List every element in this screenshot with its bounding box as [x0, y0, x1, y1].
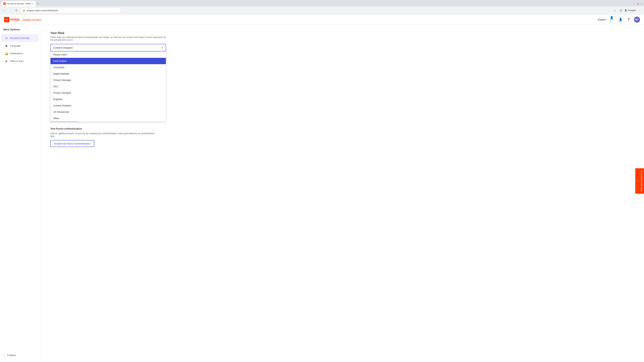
two-factor-section: Two-Factor Authentication Add an additio… — [50, 127, 634, 147]
browser-toolbar: ← → ↻ 🔒 insights.hotjar.com/profile/deta… — [0, 6, 644, 14]
security-lock-icon: 🔒 — [23, 9, 25, 11]
option-consultant[interactable]: Consultant — [50, 64, 166, 70]
role-selected-value: Content Designer — [53, 46, 73, 49]
sidebar: Mary Jackson ⊙ Account & security ◉ Lang… — [0, 25, 40, 362]
browser-frame: H Account & security - Hotjar × + — ⊡ × … — [0, 0, 644, 362]
language-nav-label: Language — [10, 44, 36, 47]
enable-2fa-button[interactable]: Enable two-factor authentication — [50, 140, 94, 147]
menu-icon[interactable]: ⋮ — [637, 8, 642, 13]
collapse-button[interactable]: ← Collapse — [0, 352, 40, 359]
browser-tab-active[interactable]: H Account & security - Hotjar × — [1, 1, 36, 6]
option-please-select[interactable]: Please select — [50, 51, 166, 58]
rate-experience-button[interactable]: ★ Rate your experience — [635, 168, 644, 194]
toolbar-right: ☆ ⊡ 👤 Incognito ⋮ — [612, 8, 642, 13]
option-ux-researcher[interactable]: UX Researcher — [50, 109, 166, 115]
your-role-description: Roles help us understand which professio… — [50, 36, 168, 41]
main-wrapper: Mary Jackson ⊙ Account & security ◉ Lang… — [0, 25, 644, 362]
rate-star-icon: ★ — [636, 180, 639, 182]
notifications-label: Notifications — [10, 52, 36, 55]
refer-earn-label: Refer & Earn — [10, 60, 36, 62]
chevron-down-icon: ▾ — [606, 18, 607, 20]
role-dropdown-options: Please select Data Analyst Consultant Di… — [50, 51, 166, 122]
account-security-icon: ⊙ — [5, 36, 8, 40]
language-selector[interactable]: English ▾ — [598, 18, 607, 21]
restore-button[interactable]: ⊡ — [636, 2, 639, 5]
tab-close-button[interactable]: × — [32, 2, 34, 5]
tab-favicon: H — [3, 2, 6, 5]
sidebar-item-language[interactable]: ◉ Language — [1, 42, 39, 50]
add-user-icon[interactable]: 👤+ — [610, 17, 615, 22]
language-icon: ◉ — [5, 44, 8, 48]
logo-icon: H — [4, 17, 10, 22]
forward-button[interactable]: → — [8, 8, 13, 13]
notifications-icon: 🔔 — [5, 52, 8, 55]
option-product-designer[interactable]: Product Designer — [50, 90, 166, 96]
option-data-analyst[interactable]: Data Analyst — [50, 58, 166, 64]
sidebar-item-account-security[interactable]: ⊙ Account & security — [1, 34, 39, 42]
incognito-badge: 👤 Incognito — [624, 9, 636, 11]
account-security-label: Account & security — [10, 37, 36, 39]
rate-experience-label: Rate your experience — [640, 171, 643, 191]
logo-text: hotjar — [10, 17, 20, 21]
option-content-designer[interactable]: Content Designer — [50, 102, 166, 109]
header-right: English ▾ 👤+ 👤 ❓ MJ — [598, 16, 640, 23]
sidebar-item-refer-earn[interactable]: ◈ Refer & Earn — [1, 57, 39, 65]
language-label: English — [598, 18, 606, 21]
role-dropdown-container: Content Designer ▾ Please select Data An… — [50, 44, 166, 51]
user-name: Mary Jackson — [0, 28, 40, 34]
window-controls: — ⊡ × — [633, 2, 643, 5]
browser-layout-icon[interactable]: ⊡ — [618, 8, 623, 13]
minimize-button[interactable]: — — [633, 2, 635, 5]
bookmark-star-icon[interactable]: ☆ — [612, 8, 617, 13]
browser-chrome: H Account & security - Hotjar × + — ⊡ × … — [0, 0, 644, 14]
app-header: H hotjar Upgrade your plans English ▾ 👤+… — [0, 14, 644, 25]
role-dropdown[interactable]: Content Designer ▾ — [50, 44, 166, 51]
option-ceo[interactable]: CEO — [50, 83, 166, 90]
your-role-section: Your Role Roles help us understand which… — [50, 31, 634, 51]
back-button[interactable]: ← — [2, 8, 7, 13]
upgrade-link[interactable]: Upgrade your plans — [22, 18, 42, 21]
refresh-button[interactable]: ↻ — [14, 8, 19, 13]
address-bar[interactable]: 🔒 insights.hotjar.com/profile/details — [20, 8, 121, 13]
option-product-manager[interactable]: Product Manager — [50, 77, 166, 83]
user-avatar[interactable]: MJ — [634, 16, 640, 23]
tab-title: Account & security - Hotjar — [7, 2, 31, 5]
url-text: insights.hotjar.com/profile/details — [26, 9, 58, 12]
tabs-row: H Account & security - Hotjar × + — ⊡ × — [0, 0, 644, 6]
incognito-label: Incognito — [628, 9, 636, 11]
hotjar-logo: H hotjar — [4, 17, 20, 22]
dropdown-arrow-icon: ▾ — [162, 46, 163, 49]
your-role-title: Your Role — [50, 31, 634, 35]
option-other[interactable]: Other — [50, 115, 166, 121]
collapse-arrow-icon: ← — [3, 354, 6, 357]
sidebar-item-notifications[interactable]: 🔔 Notifications — [1, 50, 39, 57]
person-icon: 👤 — [624, 9, 627, 11]
close-window-button[interactable]: × — [640, 2, 643, 5]
collapse-label: Collapse — [7, 354, 16, 357]
user-profile-icon[interactable]: 👤 — [618, 17, 623, 22]
app-container: H hotjar Upgrade your plans English ▾ 👤+… — [0, 14, 644, 362]
two-factor-description: Add an additional layer of security by r… — [50, 132, 159, 137]
help-icon[interactable]: ❓ — [626, 17, 631, 22]
content-area: Your Role Roles help us understand which… — [40, 25, 644, 362]
two-factor-title: Two-Factor Authentication — [50, 127, 634, 130]
option-engineer[interactable]: Engineer — [50, 96, 166, 102]
refer-earn-icon: ◈ — [5, 59, 8, 63]
option-digital-marketer[interactable]: Digital Marketer — [50, 70, 166, 77]
new-tab-button[interactable]: + — [36, 1, 40, 6]
